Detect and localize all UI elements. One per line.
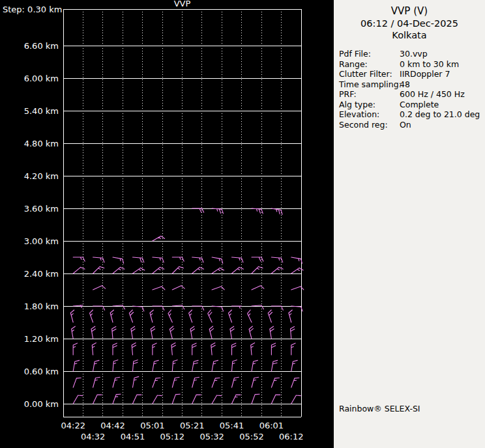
x-axis-label: 06:12 (279, 432, 303, 441)
x-axis-label: 05:52 (239, 432, 263, 441)
wind-barb (72, 326, 76, 339)
parameter-row: Clutter Filter:IIRDoppler 7 (339, 69, 485, 79)
parameter-value: 0 km to 30 km (400, 59, 485, 70)
wind-barb (93, 395, 102, 404)
wind-barb (133, 306, 144, 311)
wind-barb (291, 257, 302, 263)
wind-barb (212, 360, 218, 371)
wind-barb (133, 360, 138, 371)
wind-barb (113, 257, 124, 263)
parameter-label: Pdf File: (339, 49, 400, 59)
x-axis-label: 04:51 (121, 432, 145, 441)
parameter-value: 30.vvp (400, 49, 485, 59)
y-axis-label: 4.20 km (24, 171, 59, 181)
wind-barb (112, 327, 116, 339)
vvp-window: 0.00 km0.60 km1.20 km1.80 km2.40 km3.00 … (0, 0, 485, 448)
parameter-label: Clutter Filter: (339, 69, 400, 79)
info-panel: VVP (V) 06:12 / 04-Dec-2025 Kolkata Pdf … (334, 0, 485, 448)
wind-barb (73, 343, 77, 355)
wind-barb (113, 394, 121, 404)
wind-barb (212, 287, 224, 290)
wind-barb (212, 257, 223, 263)
wind-barb (73, 360, 79, 371)
wind-barb (73, 378, 81, 387)
wind-barb (92, 343, 96, 355)
wind-barb (212, 395, 222, 404)
parameter-row: Elevation:0.2 deg to 21.0 deg (339, 109, 485, 120)
wind-barb (270, 326, 274, 339)
wind-barb (132, 343, 136, 355)
wind-barb (93, 266, 104, 273)
y-axis-label: 0.00 km (24, 399, 59, 409)
wind-barb (133, 376, 139, 387)
wind-barb (291, 378, 299, 387)
wind-barb (190, 326, 194, 339)
wind-barb (228, 310, 231, 322)
wind-barb (232, 360, 237, 371)
parameter-value: 600 Hz / 450 Hz (400, 89, 485, 100)
wind-barb (113, 360, 118, 371)
wind-barb (129, 310, 133, 322)
wind-barb (271, 208, 282, 214)
parameter-row: Second reg:On (339, 120, 485, 130)
y-axis-label: 6.60 km (24, 41, 59, 51)
parameter-label: Elevation: (339, 109, 400, 120)
brand-footer: Rainbow® SELEX-SI (339, 404, 420, 413)
wind-barb (232, 377, 239, 387)
wind-barb (93, 306, 105, 310)
wind-barb (93, 360, 99, 371)
step-label: Step: 0.30 km (3, 5, 62, 14)
wind-barb (91, 326, 95, 339)
wind-barb (153, 306, 164, 310)
wind-barb (110, 310, 113, 322)
x-axis-label: 05:12 (160, 432, 184, 441)
wind-barb (271, 306, 283, 310)
wind-barb (169, 326, 173, 339)
wind-barb (113, 343, 117, 355)
wind-barb (168, 310, 172, 322)
wind-barb (192, 257, 203, 262)
wind-barb (248, 310, 252, 322)
wind-barb (133, 395, 141, 404)
x-axis-label: 06:01 (259, 421, 284, 430)
wind-barb (271, 360, 277, 371)
wind-barb (291, 360, 297, 371)
wind-barb (192, 343, 196, 355)
wind-barb (73, 305, 83, 308)
wind-barb (192, 377, 199, 387)
wind-barb (93, 286, 106, 290)
y-axis-label: 3.00 km (24, 236, 59, 246)
y-axis-label: 1.80 km (24, 301, 59, 311)
wind-barb (151, 326, 154, 339)
parameter-label: Range: (339, 59, 400, 70)
wind-barb (230, 326, 234, 339)
wind-barb (232, 343, 236, 355)
wind-barb (131, 326, 135, 339)
wind-barb (192, 395, 201, 404)
wind-barb (252, 286, 264, 290)
wind-barb (252, 377, 259, 387)
parameter-value: IIRDoppler 7 (400, 69, 485, 79)
wind-barb (153, 360, 158, 371)
wind-barb (172, 266, 183, 273)
y-axis-label: 0.60 km (24, 367, 59, 376)
parameter-label: PRF: (339, 89, 400, 100)
panel-title: VVP (V) (334, 5, 485, 17)
panel-site: Kolkata (334, 30, 485, 40)
wind-barb (252, 394, 259, 404)
parameter-row: Range:0 km to 30 km (339, 59, 485, 70)
y-axis-label: 5.40 km (24, 106, 59, 116)
x-axis-label: 04:32 (81, 432, 105, 441)
parameter-label: Alg type: (339, 100, 400, 110)
y-axis-label: 2.40 km (24, 269, 59, 279)
wind-barb (171, 343, 175, 355)
wind-barb (153, 378, 160, 387)
wind-barb (172, 394, 180, 404)
parameter-label: Time sampling: (339, 79, 400, 90)
y-axis-label: 6.00 km (24, 74, 59, 83)
wind-barb (252, 305, 263, 309)
parameter-label: Second reg: (339, 120, 400, 130)
wind-barb (172, 305, 184, 309)
parameter-list: Pdf File:30.vvpRange:0 km to 30 kmClutte… (339, 49, 485, 130)
vvp-chart-region: 0.00 km0.60 km1.20 km1.80 km2.40 km3.00 … (0, 0, 334, 448)
